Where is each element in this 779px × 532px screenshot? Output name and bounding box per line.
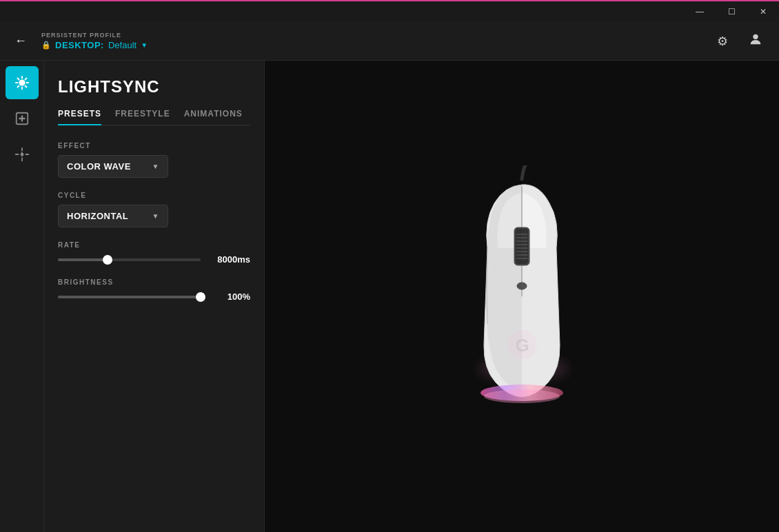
cycle-label: CYCLE xyxy=(58,192,250,199)
tabs: PRESETS FREESTYLE ANIMATIONS xyxy=(58,109,250,125)
profile-info: PERSISTENT PROFILE 🔒 DESKTOP: Default ▼ xyxy=(41,32,710,50)
brightness-section: BRIGHTNESS 100% xyxy=(58,278,250,302)
settings-button[interactable]: ⚙ xyxy=(710,29,735,54)
topbar-actions: ⚙ xyxy=(710,29,768,54)
cycle-dropdown[interactable]: HORIZONTAL ▼ xyxy=(58,205,168,227)
close-button[interactable]: ✕ xyxy=(747,1,779,23)
settings-panel: LIGHTSYNC PRESETS FREESTYLE ANIMATIONS E… xyxy=(44,61,265,532)
brightness-slider-track[interactable] xyxy=(58,296,201,298)
svg-point-0 xyxy=(753,34,758,39)
sidebar-icon-add[interactable] xyxy=(6,102,39,135)
svg-point-35 xyxy=(507,329,537,360)
effect-value: COLOR WAVE xyxy=(67,161,131,172)
user-icon xyxy=(748,32,763,50)
brightness-slider-fill xyxy=(58,296,201,298)
rate-label: RATE xyxy=(58,241,250,249)
svg-line-7 xyxy=(25,85,26,87)
window-controls: — ☐ ✕ xyxy=(684,1,779,23)
cycle-value: HORIZONTAL xyxy=(67,211,128,221)
effect-label: EFFECT xyxy=(58,142,250,150)
content-area: LIGHTSYNC PRESETS FREESTYLE ANIMATIONS E… xyxy=(0,61,779,532)
svg-line-8 xyxy=(17,85,19,87)
topbar: ← PERSISTENT PROFILE 🔒 DESKTOP: Default … xyxy=(0,22,779,61)
sidebar-icon-dpi[interactable] xyxy=(6,138,39,171)
tab-presets[interactable]: PRESETS xyxy=(58,109,101,125)
rate-value: 8000ms xyxy=(209,254,250,265)
profile-default-name: Default xyxy=(108,40,136,50)
mouse-preview: G xyxy=(446,165,598,427)
sidebar-icons xyxy=(0,61,44,532)
rate-slider-fill xyxy=(58,258,108,261)
svg-line-6 xyxy=(17,78,19,79)
cycle-dropdown-arrow: ▼ xyxy=(152,212,159,220)
gear-icon: ⚙ xyxy=(717,34,728,49)
rate-slider-track[interactable] xyxy=(58,258,201,261)
panel-title: LIGHTSYNC xyxy=(58,77,250,96)
profile-dropdown-arrow[interactable]: ▼ xyxy=(141,41,148,49)
profile-label: PERSISTENT PROFILE xyxy=(41,32,710,39)
rate-slider-row: 8000ms xyxy=(58,254,250,265)
profile-name-row: 🔒 DESKTOP: Default ▼ xyxy=(41,40,710,50)
effect-section: EFFECT COLOR WAVE ▼ xyxy=(58,142,250,178)
brightness-value: 100% xyxy=(209,291,250,302)
brightness-slider-thumb[interactable] xyxy=(196,292,205,302)
desktop-label: DESKTOP: xyxy=(55,40,104,50)
user-button[interactable] xyxy=(743,29,768,54)
effect-dropdown[interactable]: COLOR WAVE ▼ xyxy=(58,155,168,178)
rate-section: RATE 8000ms xyxy=(58,241,250,265)
brightness-label: BRIGHTNESS xyxy=(58,278,250,286)
sidebar-icon-lightsync[interactable] xyxy=(6,66,39,99)
main-window: ← PERSISTENT PROFILE 🔒 DESKTOP: Default … xyxy=(0,22,779,532)
tab-animations[interactable]: ANIMATIONS xyxy=(184,109,243,125)
cycle-section: CYCLE HORIZONTAL ▼ xyxy=(58,192,250,227)
svg-line-9 xyxy=(25,78,26,79)
effect-dropdown-arrow: ▼ xyxy=(152,163,159,170)
tab-freestyle[interactable]: FREESTYLE xyxy=(115,109,170,125)
lock-icon: 🔒 xyxy=(41,41,51,50)
main-display: G xyxy=(265,61,779,532)
titlebar: — ☐ ✕ xyxy=(0,0,779,22)
svg-marker-17 xyxy=(20,152,24,156)
rate-slider-thumb[interactable] xyxy=(103,255,112,265)
minimize-button[interactable]: — xyxy=(684,1,716,23)
svg-point-32 xyxy=(484,389,560,403)
back-button[interactable]: ← xyxy=(11,34,30,48)
svg-point-1 xyxy=(19,79,25,85)
maximize-button[interactable]: ☐ xyxy=(716,1,747,23)
brightness-slider-row: 100% xyxy=(58,291,250,302)
